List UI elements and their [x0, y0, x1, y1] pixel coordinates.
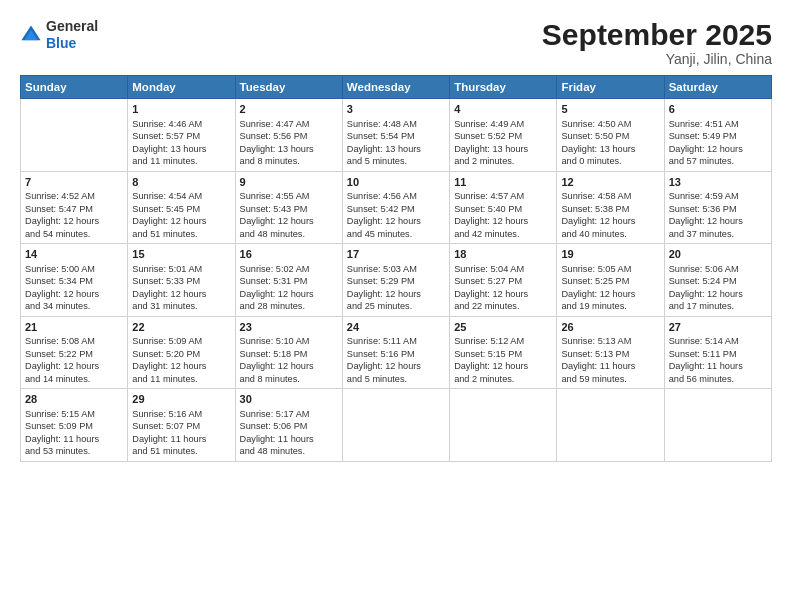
- calendar-week-row: 7Sunrise: 4:52 AMSunset: 5:47 PMDaylight…: [21, 171, 772, 244]
- location: Yanji, Jilin, China: [542, 51, 772, 67]
- day-info-line: and 0 minutes.: [561, 156, 621, 166]
- col-tuesday: Tuesday: [235, 76, 342, 99]
- day-info-line: Sunset: 5:13 PM: [561, 349, 629, 359]
- table-row: 1Sunrise: 4:46 AMSunset: 5:57 PMDaylight…: [128, 99, 235, 172]
- day-number: 22: [132, 320, 230, 335]
- day-info-line: Sunset: 5:36 PM: [669, 204, 737, 214]
- day-number: 28: [25, 392, 123, 407]
- day-info-line: Daylight: 12 hours: [561, 216, 635, 226]
- day-info-line: Daylight: 12 hours: [669, 289, 743, 299]
- day-info-line: Sunrise: 4:54 AM: [132, 191, 202, 201]
- day-info-line: Sunrise: 5:10 AM: [240, 336, 310, 346]
- table-row: 15Sunrise: 5:01 AMSunset: 5:33 PMDayligh…: [128, 244, 235, 317]
- header: General Blue September 2025 Yanji, Jilin…: [20, 18, 772, 67]
- day-info-line: and 37 minutes.: [669, 229, 734, 239]
- day-info-line: and 2 minutes.: [454, 156, 514, 166]
- logo-blue-text: Blue: [46, 35, 98, 52]
- day-info-line: and 22 minutes.: [454, 301, 519, 311]
- day-info-line: Sunrise: 5:03 AM: [347, 264, 417, 274]
- day-info-line: Sunrise: 4:49 AM: [454, 119, 524, 129]
- day-info-line: Sunrise: 4:52 AM: [25, 191, 95, 201]
- table-row: 6Sunrise: 4:51 AMSunset: 5:49 PMDaylight…: [664, 99, 771, 172]
- day-number: 19: [561, 247, 659, 262]
- day-number: 24: [347, 320, 445, 335]
- day-number: 18: [454, 247, 552, 262]
- day-info-line: Sunrise: 4:57 AM: [454, 191, 524, 201]
- day-info-line: and 59 minutes.: [561, 374, 626, 384]
- day-number: 8: [132, 175, 230, 190]
- day-info-line: Sunrise: 5:00 AM: [25, 264, 95, 274]
- day-info-line: Daylight: 11 hours: [132, 434, 206, 444]
- table-row: 22Sunrise: 5:09 AMSunset: 5:20 PMDayligh…: [128, 316, 235, 389]
- day-info-line: Sunset: 5:15 PM: [454, 349, 522, 359]
- day-info-line: and 8 minutes.: [240, 156, 300, 166]
- day-info-line: Sunrise: 5:11 AM: [347, 336, 417, 346]
- day-number: 23: [240, 320, 338, 335]
- table-row: [450, 389, 557, 462]
- day-info-line: and 45 minutes.: [347, 229, 412, 239]
- day-info-line: Daylight: 12 hours: [132, 289, 206, 299]
- day-info-line: Sunset: 5:38 PM: [561, 204, 629, 214]
- day-info-line: Sunset: 5:45 PM: [132, 204, 200, 214]
- day-info-line: Sunset: 5:57 PM: [132, 131, 200, 141]
- day-info-line: Sunset: 5:49 PM: [669, 131, 737, 141]
- day-number: 30: [240, 392, 338, 407]
- logo-general-text: General: [46, 18, 98, 35]
- day-info-line: and 25 minutes.: [347, 301, 412, 311]
- logo: General Blue: [20, 18, 98, 52]
- day-info-line: and 11 minutes.: [132, 374, 197, 384]
- day-info-line: Sunset: 5:22 PM: [25, 349, 93, 359]
- day-number: 29: [132, 392, 230, 407]
- day-number: 12: [561, 175, 659, 190]
- day-info-line: Sunrise: 5:06 AM: [669, 264, 739, 274]
- day-info-line: Sunset: 5:34 PM: [25, 276, 93, 286]
- table-row: 7Sunrise: 4:52 AMSunset: 5:47 PMDaylight…: [21, 171, 128, 244]
- calendar: Sunday Monday Tuesday Wednesday Thursday…: [20, 75, 772, 462]
- day-info-line: Sunset: 5:52 PM: [454, 131, 522, 141]
- logo-icon: [20, 24, 42, 46]
- day-info-line: Sunset: 5:06 PM: [240, 421, 308, 431]
- day-info-line: Sunset: 5:07 PM: [132, 421, 200, 431]
- table-row: 27Sunrise: 5:14 AMSunset: 5:11 PMDayligh…: [664, 316, 771, 389]
- day-info-line: and 57 minutes.: [669, 156, 734, 166]
- day-number: 7: [25, 175, 123, 190]
- day-info-line: Sunset: 5:11 PM: [669, 349, 737, 359]
- day-number: 11: [454, 175, 552, 190]
- day-info-line: Daylight: 13 hours: [240, 144, 314, 154]
- day-info-line: Sunset: 5:09 PM: [25, 421, 93, 431]
- day-info-line: Daylight: 13 hours: [347, 144, 421, 154]
- title-section: September 2025 Yanji, Jilin, China: [542, 18, 772, 67]
- col-monday: Monday: [128, 76, 235, 99]
- col-thursday: Thursday: [450, 76, 557, 99]
- col-wednesday: Wednesday: [342, 76, 449, 99]
- day-info-line: Sunrise: 5:16 AM: [132, 409, 202, 419]
- table-row: 9Sunrise: 4:55 AMSunset: 5:43 PMDaylight…: [235, 171, 342, 244]
- day-number: 27: [669, 320, 767, 335]
- day-info-line: Daylight: 12 hours: [132, 361, 206, 371]
- day-number: 10: [347, 175, 445, 190]
- day-info-line: Daylight: 13 hours: [561, 144, 635, 154]
- day-info-line: Sunrise: 5:01 AM: [132, 264, 202, 274]
- day-info-line: Sunrise: 5:04 AM: [454, 264, 524, 274]
- day-info-line: and 31 minutes.: [132, 301, 197, 311]
- day-info-line: Daylight: 12 hours: [240, 216, 314, 226]
- day-info-line: and 54 minutes.: [25, 229, 90, 239]
- day-info-line: Sunrise: 5:02 AM: [240, 264, 310, 274]
- table-row: 2Sunrise: 4:47 AMSunset: 5:56 PMDaylight…: [235, 99, 342, 172]
- day-info-line: Daylight: 12 hours: [240, 361, 314, 371]
- day-number: 16: [240, 247, 338, 262]
- table-row: 4Sunrise: 4:49 AMSunset: 5:52 PMDaylight…: [450, 99, 557, 172]
- day-info-line: and 40 minutes.: [561, 229, 626, 239]
- day-info-line: and 48 minutes.: [240, 446, 305, 456]
- day-info-line: Daylight: 12 hours: [25, 216, 99, 226]
- day-info-line: Daylight: 11 hours: [669, 361, 743, 371]
- col-saturday: Saturday: [664, 76, 771, 99]
- table-row: [21, 99, 128, 172]
- day-info-line: Daylight: 12 hours: [25, 361, 99, 371]
- day-info-line: Daylight: 11 hours: [561, 361, 635, 371]
- day-info-line: Sunrise: 5:08 AM: [25, 336, 95, 346]
- day-number: 14: [25, 247, 123, 262]
- table-row: 10Sunrise: 4:56 AMSunset: 5:42 PMDayligh…: [342, 171, 449, 244]
- table-row: 25Sunrise: 5:12 AMSunset: 5:15 PMDayligh…: [450, 316, 557, 389]
- day-info-line: Daylight: 12 hours: [25, 289, 99, 299]
